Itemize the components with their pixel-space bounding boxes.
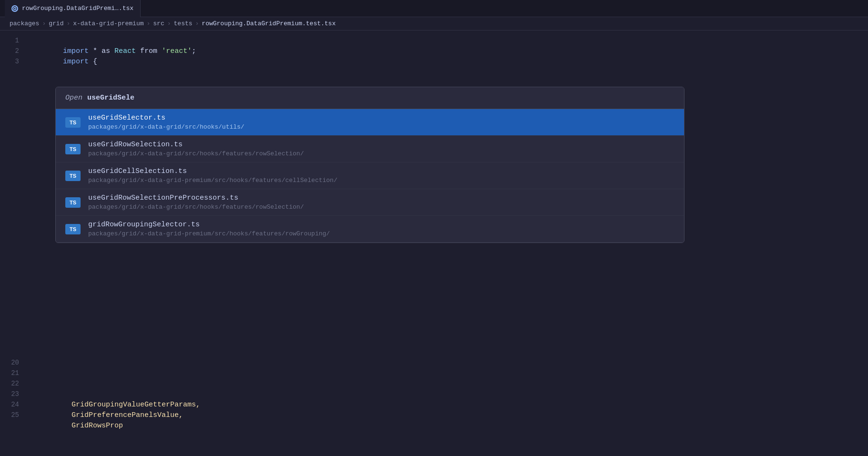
code-line-22: 22	[0, 378, 868, 389]
autocomplete-open-label: Open	[65, 94, 82, 102]
autocomplete-item-5[interactable]: TS gridRowGroupingSelector.ts packages/g…	[56, 216, 684, 243]
line-num-25: 25	[0, 410, 29, 420]
breadcrumb-grid: grid	[49, 20, 63, 27]
code-area-top: 1 import * as React from 'react'; 2 impo…	[0, 30, 868, 71]
sep2: ›	[66, 20, 70, 27]
breadcrumb-pkg: x-data-grid-premium	[73, 20, 143, 27]
line-content-2: import {	[29, 46, 868, 78]
item-details-5: gridRowGroupingSelector.ts packages/grid…	[88, 221, 330, 237]
tab-bar: rowGrouping.DataGridPremi….tsx	[0, 0, 868, 17]
item-name-4: useGridRowSelectionPreProcessors.ts	[88, 194, 304, 202]
line-num-22: 22	[0, 378, 29, 389]
code-line-21: 21	[0, 368, 868, 378]
line-content-25: GridRowsProp	[29, 410, 868, 442]
code-line-2: 2 import {	[0, 46, 868, 56]
autocomplete-dropdown: Open useGridSele TS useGridSelector.ts p…	[55, 87, 684, 243]
item-name-2: useGridRowSelection.ts	[88, 141, 304, 149]
item-name-1: useGridSelector.ts	[88, 114, 245, 122]
code-line-25: 25 GridRowsProp	[0, 410, 868, 420]
code-line-20: 20	[0, 357, 868, 368]
item-details-1: useGridSelector.ts packages/grid/x-data-…	[88, 114, 245, 131]
code-line-1: 1 import * as React from 'react';	[0, 35, 868, 46]
autocomplete-query: useGridSele	[87, 94, 134, 102]
line-num-1: 1	[0, 35, 29, 46]
tab-label: rowGrouping.DataGridPremi….tsx	[22, 5, 133, 12]
item-path-3: packages/grid/x-data-grid-premium/src/ho…	[88, 177, 337, 184]
ts-badge-1: TS	[65, 117, 81, 128]
item-name-3: useGridCellSelection.ts	[88, 167, 337, 175]
item-details-4: useGridRowSelectionPreProcessors.ts pack…	[88, 194, 304, 211]
ts-badge-2: TS	[65, 144, 81, 154]
code-line-23: 23 GridGroupingValueGetterParams,	[0, 389, 868, 399]
item-name-5: gridRowGroupingSelector.ts	[88, 221, 330, 229]
line-num-3: 3	[0, 56, 29, 67]
line-num-20: 20	[0, 357, 29, 368]
svg-point-1	[14, 8, 16, 9]
sep4: ›	[167, 20, 171, 27]
item-path-1: packages/grid/x-data-grid/src/hooks/util…	[88, 123, 245, 131]
breadcrumb-tests: tests	[174, 20, 193, 27]
sep5: ›	[195, 20, 199, 27]
autocomplete-item-4[interactable]: TS useGridRowSelectionPreProcessors.ts p…	[56, 189, 684, 216]
code-area-bottom: 20 21 22 23 GridGroupingValueGetterParam…	[0, 353, 868, 456]
active-tab[interactable]: rowGrouping.DataGridPremi….tsx	[5, 0, 141, 17]
sep1: ›	[42, 20, 46, 27]
autocomplete-search-bar: Open useGridSele	[56, 87, 684, 109]
autocomplete-item-1[interactable]: TS useGridSelector.ts packages/grid/x-da…	[56, 109, 684, 136]
react-file-icon	[11, 5, 18, 12]
code-line-24: 24 GridPreferencePanelsValue,	[0, 399, 868, 410]
item-path-2: packages/grid/x-data-grid/src/hooks/feat…	[88, 150, 304, 157]
line-num-24: 24	[0, 399, 29, 410]
item-details-2: useGridRowSelection.ts packages/grid/x-d…	[88, 141, 304, 157]
breadcrumb-file: rowGrouping.DataGridPremium.test.tsx	[202, 20, 336, 27]
item-details-3: useGridCellSelection.ts packages/grid/x-…	[88, 167, 337, 184]
ts-badge-5: TS	[65, 224, 81, 234]
autocomplete-item-3[interactable]: TS useGridCellSelection.ts packages/grid…	[56, 162, 684, 189]
breadcrumb-src: src	[153, 20, 164, 27]
line-num-2: 2	[0, 46, 29, 56]
item-path-5: packages/grid/x-data-grid-premium/src/ho…	[88, 230, 330, 237]
breadcrumb-packages: packages	[10, 20, 39, 27]
line-num-23: 23	[0, 389, 29, 399]
autocomplete-item-2[interactable]: TS useGridRowSelection.ts packages/grid/…	[56, 136, 684, 162]
sep3: ›	[147, 20, 151, 27]
line-num-21: 21	[0, 368, 29, 378]
breadcrumb: packages › grid › x-data-grid-premium › …	[0, 17, 868, 30]
item-path-4: packages/grid/x-data-grid/src/hooks/feat…	[88, 203, 304, 211]
ts-badge-4: TS	[65, 197, 81, 208]
editor-container: rowGrouping.DataGridPremi….tsx packages …	[0, 0, 868, 456]
ts-badge-3: TS	[65, 171, 81, 181]
